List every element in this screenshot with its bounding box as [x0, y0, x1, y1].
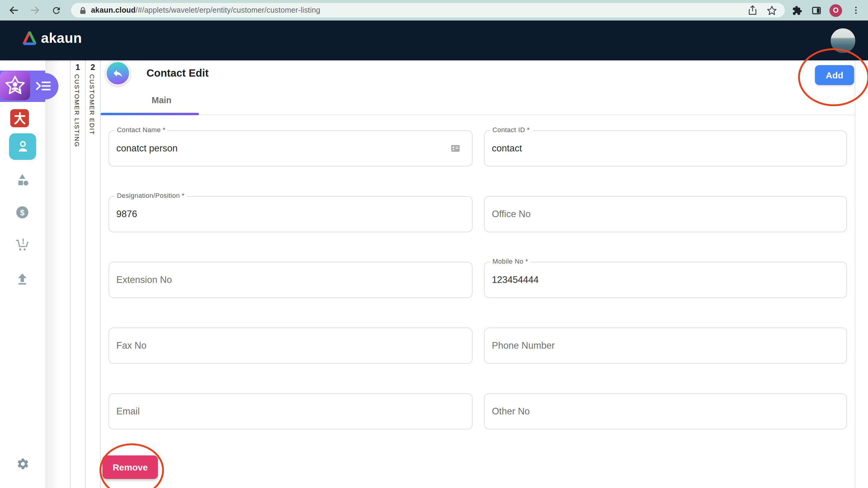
extension-no-field[interactable]: Extension No: [108, 262, 472, 298]
browser-toolbar: akaun.cloud/#/applets/wavelet/erp/entity…: [0, 0, 868, 21]
field-label: Contact ID *: [490, 126, 532, 133]
tab-label: CUSTOMER LISTING: [73, 74, 81, 147]
customer-person-icon: [16, 139, 30, 154]
active-tab-indicator: [101, 113, 199, 115]
extensions-puzzle-icon[interactable]: [791, 4, 803, 16]
field-label: Designation/Position *: [115, 192, 187, 199]
page-title: Contact Edit: [147, 67, 209, 80]
applet-star-person-icon[interactable]: [0, 71, 30, 100]
field-label: Mobile No *: [490, 258, 530, 265]
sidebar-gutter: [45, 60, 70, 488]
tab-number: 1: [70, 63, 85, 72]
divider: [855, 60, 855, 488]
app-red-character-icon[interactable]: [10, 109, 29, 127]
divider: [70, 60, 70, 488]
field-value: contact: [492, 143, 522, 154]
browser-profile-avatar[interactable]: O: [830, 4, 842, 17]
field-value: 9876: [116, 209, 137, 220]
contact-form: Contact Name * conatct person Contact ID…: [108, 130, 847, 430]
tab-rule: [101, 115, 855, 115]
upload-icon[interactable]: [16, 272, 29, 285]
tab-main[interactable]: Main: [141, 95, 183, 105]
field-value: conatct person: [116, 143, 178, 154]
other-no-field[interactable]: Other No: [484, 393, 847, 430]
logo-text: akaun: [41, 30, 82, 47]
settings-gear-icon[interactable]: [16, 457, 30, 470]
contact-name-field[interactable]: Contact Name * conatct person: [108, 130, 472, 167]
field-value: 123454444: [492, 275, 538, 285]
share-icon[interactable]: [747, 3, 758, 18]
back-arrow-icon[interactable]: [8, 4, 20, 16]
field-placeholder: Phone Number: [492, 340, 555, 351]
field-placeholder: Extension No: [116, 275, 172, 285]
back-reply-icon: [112, 67, 124, 79]
tab-label: CUSTOMER EDIT: [89, 74, 96, 135]
url-bar[interactable]: akaun.cloud/#/applets/wavelet/erp/entity…: [71, 3, 785, 18]
url-host: akaun.cloud: [91, 6, 135, 15]
cart-alert-icon[interactable]: [15, 238, 30, 252]
shapes-icon[interactable]: [16, 173, 29, 186]
field-placeholder: Email: [116, 406, 140, 417]
reload-icon[interactable]: [50, 4, 62, 16]
remove-button[interactable]: Remove: [102, 455, 158, 479]
back-button[interactable]: [105, 61, 130, 86]
profile-initial: O: [833, 6, 839, 15]
field-label: Contact Name *: [115, 126, 168, 133]
side-panel-icon[interactable]: [810, 4, 822, 16]
add-button[interactable]: Add: [815, 65, 854, 85]
menu-open-button[interactable]: [32, 73, 59, 99]
office-no-field[interactable]: Office No: [484, 196, 847, 232]
akaun-triangle-logo-icon: [22, 31, 37, 46]
divider: [100, 60, 101, 488]
tab-number: 2: [86, 63, 100, 72]
contact-id-field[interactable]: Contact ID * contact: [484, 130, 847, 167]
field-placeholder: Fax No: [116, 340, 147, 351]
screen: akaun.cloud/#/applets/wavelet/erp/entity…: [0, 0, 868, 488]
kebab-menu-icon[interactable]: [850, 4, 862, 16]
user-avatar[interactable]: [831, 28, 855, 53]
akaun-logo[interactable]: akaun: [22, 30, 82, 47]
contact-card-icon[interactable]: [451, 145, 460, 152]
bookmark-star-icon[interactable]: [766, 3, 778, 18]
forward-arrow-icon[interactable]: [29, 4, 41, 16]
url-text: akaun.cloud/#/applets/wavelet/erp/entity…: [91, 6, 320, 15]
dollar-circle-icon[interactable]: $: [16, 206, 29, 219]
url-path: /#/applets/wavelet/erp/entity/customer/c…: [135, 6, 320, 15]
fax-no-field[interactable]: Fax No: [108, 327, 472, 364]
svg-text:$: $: [20, 208, 25, 217]
app-header: akaun: [0, 21, 868, 60]
field-placeholder: Office No: [492, 209, 531, 220]
phone-number-field[interactable]: Phone Number: [484, 327, 847, 364]
email-field[interactable]: Email: [108, 393, 472, 430]
lock-icon: [80, 6, 86, 14]
menu-open-icon: [36, 80, 51, 92]
mobile-no-field[interactable]: Mobile No * 123454444: [484, 262, 847, 298]
field-placeholder: Other No: [492, 406, 530, 417]
designation-position-field[interactable]: Designation/Position * 9876: [108, 196, 472, 232]
divider: [85, 60, 86, 488]
customer-applet-button[interactable]: [9, 133, 36, 160]
